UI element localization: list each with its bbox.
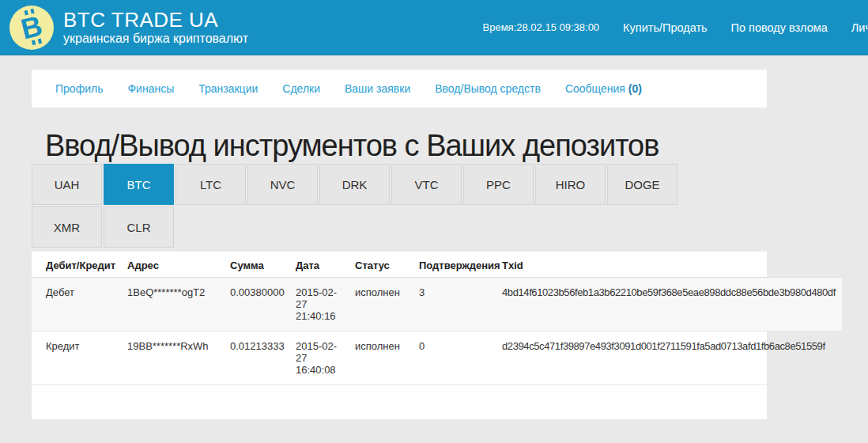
nav-item-3[interactable]: Сделки	[282, 82, 320, 95]
cell-txid: d2394c5c471f39897e493f3091d001f2711591fa…	[497, 331, 842, 385]
transactions-table: Дебит/КредитАдресСуммаДатаСтатусПодтверж…	[32, 253, 842, 385]
tab-hiro[interactable]: HIRO	[535, 164, 606, 205]
site-subtitle: украинская биржа криптовалют	[63, 32, 248, 46]
cell-дата: 2015-02-27 16:40:08	[291, 331, 350, 385]
header-link-account[interactable]: Личн	[851, 21, 868, 34]
transactions-card: Дебит/КредитАдресСуммаДатаСтатусПодтверж…	[32, 252, 767, 419]
column-header-6: Txid	[497, 253, 842, 278]
nav-item-4[interactable]: Ваши заявки	[345, 82, 410, 95]
table-body: Дебет1BeQ*******ogT20.003800002015-02-27…	[32, 278, 842, 385]
bitcoin-logo-icon: B	[9, 6, 54, 50]
tab-uah[interactable]: UAH	[32, 164, 102, 205]
column-header-5: Подтверждения	[414, 253, 497, 278]
nav-item-2[interactable]: Транзакции	[198, 82, 258, 95]
table-row: Кредит19BB*******RxWh0.012133332015-02-2…	[32, 331, 842, 385]
server-time: Время:28.02.15 09:38:00	[483, 21, 600, 33]
header-link-hack-info[interactable]: По поводу взлома	[731, 21, 828, 34]
table-row: Дебет1BeQ*******ogT20.003800002015-02-27…	[32, 278, 842, 331]
tab-ppc[interactable]: PPC	[463, 164, 534, 205]
site-title: BTC TRADE UA	[63, 9, 248, 32]
bitcoin-b-glyph: B	[18, 11, 45, 44]
cell-дебит/кредит: Дебет	[32, 278, 123, 331]
column-header-0: Дебит/Кредит	[32, 253, 123, 278]
cell-сумма: 0.01213333	[225, 331, 291, 385]
tab-xmr[interactable]: XMR	[32, 206, 102, 248]
tab-btc[interactable]: BTC	[104, 164, 174, 205]
top-header-bar: B BTC TRADE UA украинская биржа криптова…	[0, 0, 868, 55]
header-right-links: Время:28.02.15 09:38:00 Купить/Продать П…	[483, 0, 868, 55]
messages-count-badge: (0)	[628, 82, 642, 95]
nav-item-5[interactable]: Ввод/Вывод средств	[435, 82, 541, 95]
main-nav: ПрофильФинансыТранзакцииСделкиВаши заявк…	[32, 70, 767, 108]
tab-doge[interactable]: DOGE	[607, 164, 677, 205]
cell-статус: исполнен	[350, 331, 414, 385]
cell-txid: 4bd14f61023b56feb1a3b62210be59f368e5eae8…	[497, 278, 842, 331]
column-header-1: Адрес	[123, 253, 225, 278]
tab-vtc[interactable]: VTC	[391, 164, 462, 205]
currency-tabs: UAHBTCLTCNVCDRKVTCPPCHIRODOGEXMRCLR	[32, 164, 700, 249]
cell-адрес: 1BeQ*******ogT2	[123, 278, 225, 331]
page-title: Ввод/Вывод инструментов с Ваших депозито…	[45, 129, 659, 163]
tab-clr[interactable]: CLR	[104, 206, 174, 248]
nav-item-0[interactable]: Профиль	[55, 82, 103, 95]
header-link-buy-sell[interactable]: Купить/Продать	[623, 21, 708, 34]
cell-дебит/кредит: Кредит	[32, 331, 123, 385]
cell-дата: 2015-02-27 21:40:16	[291, 278, 350, 331]
table-header-row: Дебит/КредитАдресСуммаДатаСтатусПодтверж…	[32, 253, 842, 278]
brand-block: BTC TRADE UA украинская биржа криптовалю…	[63, 9, 248, 47]
nav-item-1[interactable]: Финансы	[127, 82, 174, 95]
cell-подтверждения: 3	[414, 278, 497, 331]
column-header-3: Дата	[291, 253, 350, 278]
cell-подтверждения: 0	[414, 331, 497, 385]
nav-item-messages[interactable]: Сообщения (0)	[565, 82, 642, 95]
tab-nvc[interactable]: NVC	[247, 164, 318, 205]
cell-сумма: 0.00380000	[225, 278, 291, 331]
cell-адрес: 19BB*******RxWh	[123, 331, 225, 385]
tab-drk[interactable]: DRK	[319, 164, 390, 205]
column-header-2: Сумма	[225, 253, 291, 278]
tab-ltc[interactable]: LTC	[175, 164, 246, 205]
cell-статус: исполнен	[350, 278, 414, 331]
column-header-4: Статус	[350, 253, 414, 278]
